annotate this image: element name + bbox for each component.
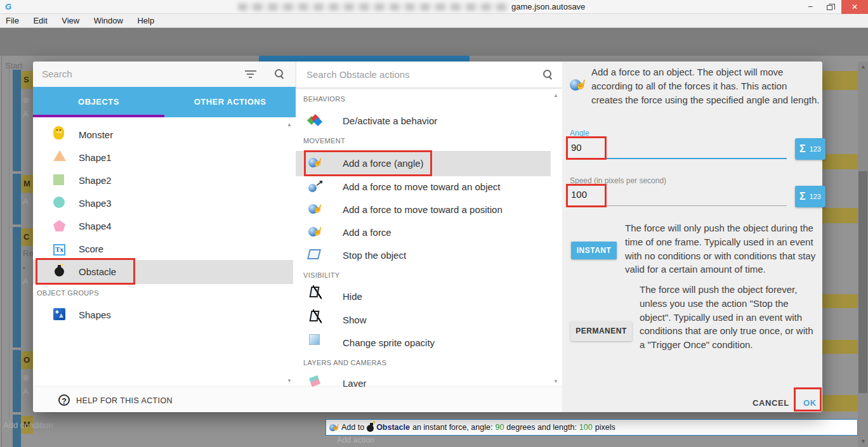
help-link[interactable]: HELP FOR THIS ACTION <box>76 396 173 405</box>
action-item-stop-object[interactable]: Stop the object <box>343 250 406 261</box>
bg-fragment: Re <box>23 249 34 258</box>
bg-fragment: A <box>23 276 29 286</box>
ok-button[interactable]: OK <box>803 398 817 408</box>
text-object-icon: Tx <box>53 243 65 256</box>
menu-window[interactable]: Window <box>88 14 129 27</box>
circle-icon <box>53 197 65 211</box>
square-icon <box>53 174 64 188</box>
object-search-bar: Search <box>33 62 296 87</box>
action-description: Add a force to an object. The object wil… <box>591 65 820 107</box>
speed-label: Speed (in pixels per second) <box>570 176 666 185</box>
stop-object-icon <box>308 249 320 262</box>
section-behaviors: BEHAVIORS <box>303 95 345 103</box>
object-tabs: OBJECTS OTHER ACTIONS <box>33 87 296 117</box>
close-button[interactable]: ✕ <box>841 0 868 14</box>
force-icon: ☝ <box>308 226 321 241</box>
blurred-path-text <box>238 3 510 11</box>
action-search-input[interactable]: Search Obstacle actions <box>306 69 410 80</box>
action-object-name: Obstacle <box>376 423 410 432</box>
cancel-button[interactable]: CANCEL <box>753 398 789 408</box>
bomb-icon <box>55 264 64 279</box>
menu-edit[interactable]: Edit <box>27 14 53 27</box>
object-item-shape2[interactable]: Shape2 <box>79 175 112 186</box>
menu-view[interactable]: View <box>56 14 85 27</box>
action-item-change-opacity[interactable]: Change sprite opacity <box>343 337 435 348</box>
menu-file[interactable]: File <box>0 14 25 27</box>
object-item-monster[interactable]: Monster <box>79 129 113 140</box>
title-bar: G game.json.autosave – ✕ <box>0 0 868 14</box>
bg-fragment: ⊕ <box>23 95 30 105</box>
event-action-row[interactable]: ☝ Add to Obstacle an instant force, angl… <box>326 419 858 436</box>
object-item-obstacle-row[interactable] <box>33 260 293 284</box>
help-bar: ? HELP FOR THIS ACTION <box>33 387 562 412</box>
angle-expression-button[interactable]: Σ 123 <box>795 138 825 160</box>
action-item-add-force-angle[interactable]: Add a force (angle) <box>343 158 424 169</box>
object-item-score[interactable]: Score <box>79 243 103 254</box>
bg-event-header: C <box>21 228 33 246</box>
object-list-scroll-down-icon[interactable]: ▼ <box>287 378 292 384</box>
bg-add-condition: Add condition <box>3 420 53 430</box>
permanent-description: The force will push the object forever, … <box>640 283 820 352</box>
bg-fragment: A <box>23 387 29 396</box>
scroll-down-icon[interactable]: ▼ <box>860 438 866 444</box>
action-item-force-toward-object[interactable]: Add a force to move toward an object <box>343 181 500 192</box>
object-search-input[interactable]: Search <box>42 68 72 79</box>
monster-icon <box>53 126 64 142</box>
tab-other-actions[interactable]: OTHER ACTIONS <box>164 87 296 117</box>
active-scene-tab-sliver[interactable] <box>259 56 470 62</box>
section-visibility: VISIBILITY <box>303 271 339 279</box>
group-item-shapes[interactable]: Shapes <box>79 309 111 320</box>
permanent-button[interactable]: PERMANENT <box>570 321 632 341</box>
section-layers-cameras: LAYERS AND CAMERAS <box>303 359 386 366</box>
instant-button[interactable]: INSTANT <box>571 242 617 259</box>
menu-help[interactable]: Help <box>131 14 160 27</box>
restore-button[interactable] <box>820 0 839 14</box>
force-toward-object-icon: ↗ <box>308 181 321 196</box>
scrollbar-thumb[interactable] <box>858 171 867 393</box>
action-angle-value: 90 <box>495 423 504 432</box>
object-item-obstacle[interactable]: Obstacle <box>79 266 116 277</box>
action-item-show[interactable]: Show <box>343 314 367 325</box>
action-item-force-toward-position[interactable]: Add a force to move toward a position <box>343 204 503 215</box>
instant-description: The force will only push the object duri… <box>625 221 819 276</box>
action-item-hide[interactable]: Hide <box>343 291 362 302</box>
bg-event-header: M <box>21 175 33 193</box>
speed-expression-button[interactable]: Σ 123 <box>795 186 825 207</box>
bg-event-header: S <box>21 71 33 89</box>
action-item-add-force[interactable]: Add a force <box>343 227 391 238</box>
opacity-icon <box>309 334 320 347</box>
add-action-row[interactable]: Add action <box>326 436 858 447</box>
sigma-icon: Σ <box>799 143 806 155</box>
force-toward-position-icon: ☝ <box>308 203 321 218</box>
object-item-shape1[interactable]: Shape1 <box>79 152 112 163</box>
filter-icon[interactable] <box>245 70 256 79</box>
action-item-deactivate-behavior[interactable]: De/activate a behavior <box>343 115 437 126</box>
scroll-up-icon[interactable]: ▲ <box>860 63 866 70</box>
force-icon: ☝ <box>570 78 585 96</box>
help-icon[interactable]: ? <box>58 394 70 406</box>
action-text-between: degrees and length: <box>506 423 577 432</box>
pentagon-icon <box>53 220 65 234</box>
toolbar: + + + + - <box>0 28 868 56</box>
action-length-value: 100 <box>579 423 593 432</box>
section-movement: MOVEMENT <box>303 137 345 145</box>
speed-input[interactable]: 100 <box>571 189 587 200</box>
object-list-scroll-up-icon[interactable]: ▲ <box>287 122 292 127</box>
group-shapes-icon <box>53 308 65 323</box>
object-item-shape3[interactable]: Shape3 <box>79 198 112 209</box>
search-icon[interactable] <box>274 68 284 79</box>
action-list-scroll-up-icon[interactable]: ▲ <box>553 93 558 98</box>
tab-objects[interactable]: OBJECTS <box>33 87 164 117</box>
object-item-shape4[interactable]: Shape4 <box>79 221 112 231</box>
triangle-icon <box>53 150 66 164</box>
search-icon[interactable] <box>542 69 553 79</box>
bg-fragment: ⊕ <box>23 373 30 382</box>
bg-fragment: A <box>23 109 29 119</box>
action-item-layer[interactable]: Layer <box>343 378 367 387</box>
angle-input[interactable]: 90 <box>571 142 582 153</box>
action-text-middle: an instant force, angle: <box>412 423 492 432</box>
force-icon: ☝ <box>329 423 339 432</box>
active-tab-underline <box>33 115 164 117</box>
action-list-scroll-down-icon[interactable]: ▼ <box>553 379 558 384</box>
minimize-button[interactable]: – <box>801 0 820 14</box>
